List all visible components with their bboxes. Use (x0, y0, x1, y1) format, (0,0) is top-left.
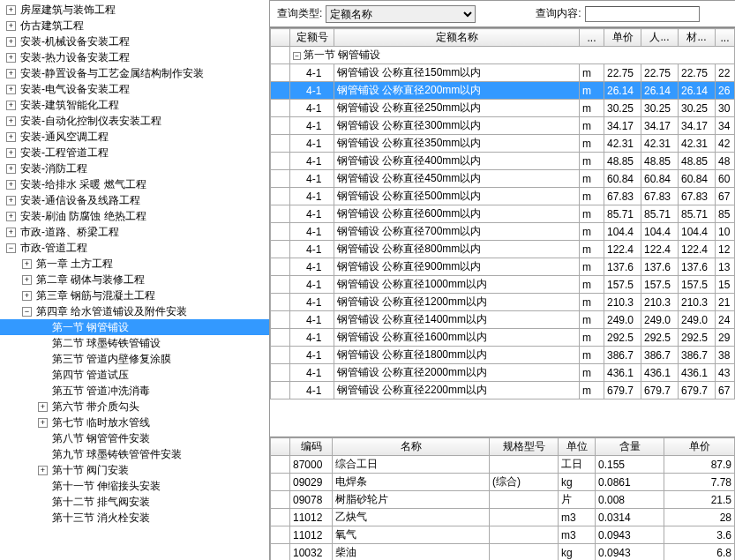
quota-row[interactable]: 4-1钢管铺设 公称直径900mm以内m137.6137.6137.613 (271, 258, 735, 276)
query-type-select[interactable]: 定额名称 (326, 5, 476, 23)
expand-icon[interactable]: + (6, 101, 16, 110)
col-header[interactable]: 名称 (333, 438, 490, 456)
expand-icon[interactable]: + (38, 466, 48, 475)
tree-item[interactable]: +安装-工程管道工程 (0, 145, 269, 161)
col-header[interactable]: 人... (641, 29, 679, 47)
nav-tree[interactable]: +房屋建筑与装饰工程+仿古建筑工程+安装-机械设备安装工程+安装-热力设备安装工… (0, 0, 269, 527)
expand-icon[interactable]: + (6, 180, 16, 190)
tree-item[interactable]: +安装-给排水 采暖 燃气工程 (0, 176, 269, 192)
tree-item[interactable]: −市政-管道工程 (0, 240, 269, 256)
section-row[interactable]: −第一节 钢管铺设 (290, 47, 735, 64)
tree-item[interactable]: 第五节 管道冲洗消毒 (0, 383, 269, 399)
expand-icon[interactable]: + (6, 164, 16, 174)
material-row[interactable]: 09029电焊条(综合)kg0.08617.78 (271, 474, 735, 491)
expand-icon[interactable]: + (38, 402, 48, 412)
quota-row[interactable]: 4-1钢管铺设 公称直径350mm以内m42.3142.3142.3142 (271, 135, 735, 153)
col-header[interactable] (271, 438, 290, 456)
expand-icon[interactable]: + (6, 85, 16, 94)
quota-row[interactable]: 4-1钢管铺设 公称直径200mm以内m26.1426.1426.1426 (271, 82, 735, 100)
tree-item[interactable]: +房屋建筑与装饰工程 (0, 2, 269, 18)
col-header[interactable]: 单价 (664, 438, 735, 456)
col-header[interactable]: ... (716, 29, 735, 47)
tree-item[interactable]: 第八节 钢管管件安装 (0, 430, 269, 446)
tree-item[interactable]: 第四节 管道试压 (0, 367, 269, 383)
quota-grid[interactable]: 定额号定额名称...单价人...材...... −第一节 钢管铺设4-1钢管铺设… (270, 27, 735, 437)
quota-row[interactable]: 4-1钢管铺设 公称直径2000mm以内m436.1436.1436.143 (271, 364, 735, 382)
tree-item[interactable]: +第二章 砌体与装修工程 (0, 272, 269, 287)
material-row[interactable]: 11012氧气m30.09433.6 (271, 526, 735, 544)
expand-icon[interactable]: + (6, 116, 16, 126)
expand-icon[interactable]: + (38, 418, 48, 428)
tree-item[interactable]: −第四章 给水管道铺设及附件安装 (0, 303, 269, 319)
quota-row[interactable]: 4-1钢管铺设 公称直径500mm以内m67.8367.8367.8367 (271, 188, 735, 205)
col-header[interactable]: 定额名称 (334, 29, 580, 47)
tree-item[interactable]: +安装-建筑智能化工程 (0, 97, 269, 113)
quota-row[interactable]: 4-1钢管铺设 公称直径1000mm以内m157.5157.5157.515 (271, 276, 735, 294)
quota-row[interactable]: 4-1钢管铺设 公称直径400mm以内m48.8548.8548.8548 (271, 153, 735, 170)
tree-item[interactable]: +安装-自动化控制仪表安装工程 (0, 113, 269, 129)
tree-item[interactable]: +第十节 阀门安装 (0, 462, 269, 478)
tree-item[interactable]: +第七节 临时放水管线 (0, 414, 269, 430)
tree-item[interactable]: +安装-静置设备与工艺金属结构制作安装 (0, 65, 269, 81)
expand-icon[interactable]: + (6, 148, 16, 158)
material-row[interactable]: 10032柴油kg0.09436.8 (271, 544, 735, 561)
expand-icon[interactable]: + (6, 69, 16, 78)
col-header[interactable]: 含量 (596, 438, 664, 456)
quota-row[interactable]: 4-1钢管铺设 公称直径1800mm以内m386.7386.7386.738 (271, 347, 735, 364)
expand-icon[interactable]: + (6, 196, 16, 205)
material-grid[interactable]: 编码名称规格型号单位含量单价 87000综合工日工日0.15587.909029… (270, 437, 735, 560)
quota-row[interactable]: 4-1钢管铺设 公称直径800mm以内m122.4122.4122.412 (271, 241, 735, 258)
material-row[interactable]: 87000综合工日工日0.15587.9 (271, 456, 735, 474)
tree-item[interactable]: 第十一节 伸缩接头安装 (0, 478, 269, 494)
expand-icon[interactable]: + (22, 275, 32, 285)
material-row[interactable]: 09078树脂砂轮片片0.00821.5 (271, 491, 735, 509)
expand-icon[interactable]: + (22, 259, 32, 269)
quota-row[interactable]: 4-1钢管铺设 公称直径1600mm以内m292.5292.5292.529 (271, 329, 735, 347)
expand-icon[interactable]: − (22, 307, 32, 317)
tree-item[interactable]: +安装-通信设备及线路工程 (0, 192, 269, 208)
expand-icon[interactable]: + (6, 212, 16, 221)
tree-item[interactable]: 第二节 球墨铸铁管铺设 (0, 335, 269, 351)
quota-row[interactable]: 4-1钢管铺设 公称直径1200mm以内m210.3210.3210.321 (271, 294, 735, 311)
tree-item[interactable]: +安装-热力设备安装工程 (0, 49, 269, 65)
quota-row[interactable]: 4-1钢管铺设 公称直径1400mm以内m249.0249.0249.024 (271, 311, 735, 329)
tree-item[interactable]: +安装-机械设备安装工程 (0, 34, 269, 49)
expand-icon[interactable]: + (6, 132, 16, 142)
expand-icon[interactable]: + (6, 37, 16, 47)
quota-row[interactable]: 4-1钢管铺设 公称直径700mm以内m104.4104.4104.410 (271, 223, 735, 241)
expand-icon[interactable]: + (6, 5, 16, 15)
tree-item[interactable]: +安装-消防工程 (0, 161, 269, 176)
tree-item[interactable]: +第三章 钢筋与混凝土工程 (0, 287, 269, 303)
expand-icon[interactable]: + (22, 291, 32, 301)
quota-row[interactable]: 4-1钢管铺设 公称直径450mm以内m60.8460.8460.8460 (271, 170, 735, 188)
col-header[interactable]: 单价 (604, 29, 641, 47)
tree-item[interactable]: 第十三节 消火栓安装 (0, 510, 269, 526)
tree-item[interactable]: 第三节 管道内壁修复涂膜 (0, 351, 269, 367)
tree-item[interactable]: +安装-电气设备安装工程 (0, 81, 269, 97)
quota-row[interactable]: 4-1钢管铺设 公称直径300mm以内m34.1734.1734.1734 (271, 117, 735, 135)
col-header[interactable]: 规格型号 (490, 438, 559, 456)
quota-row[interactable]: 4-1钢管铺设 公称直径150mm以内m22.7522.7522.7522 (271, 64, 735, 82)
expand-icon[interactable]: + (6, 53, 16, 63)
expand-icon[interactable]: + (6, 228, 16, 237)
tree-item[interactable]: 第一节 钢管铺设 (0, 319, 269, 335)
col-header[interactable]: ... (580, 29, 604, 47)
quota-row[interactable]: 4-1钢管铺设 公称直径250mm以内m30.2530.2530.2530 (271, 100, 735, 117)
tree-item[interactable]: 第九节 球墨铸铁管管件安装 (0, 446, 269, 462)
expand-icon[interactable]: + (6, 21, 16, 31)
tree-item[interactable]: +市政-道路、桥梁工程 (0, 224, 269, 240)
query-content-input[interactable] (585, 6, 700, 22)
col-header[interactable]: 编码 (290, 438, 333, 456)
tree-item[interactable]: 第十二节 排气阀安装 (0, 494, 269, 510)
col-header[interactable]: 定额号 (290, 29, 334, 47)
collapse-icon[interactable]: − (293, 52, 301, 60)
col-header[interactable]: 材... (679, 29, 716, 47)
expand-icon[interactable]: − (6, 243, 16, 253)
quota-row[interactable]: 4-1钢管铺设 公称直径600mm以内m85.7185.7185.7185 (271, 205, 735, 223)
tree-item[interactable]: +第一章 土方工程 (0, 256, 269, 272)
tree-item[interactable]: +第六节 带介质勾头 (0, 399, 269, 414)
tree-item[interactable]: +安装-刷油 防腐蚀 绝热工程 (0, 208, 269, 224)
tree-item[interactable]: +仿古建筑工程 (0, 18, 269, 34)
col-header[interactable]: 单位 (559, 438, 596, 456)
tree-item[interactable]: +安装-通风空调工程 (0, 129, 269, 145)
